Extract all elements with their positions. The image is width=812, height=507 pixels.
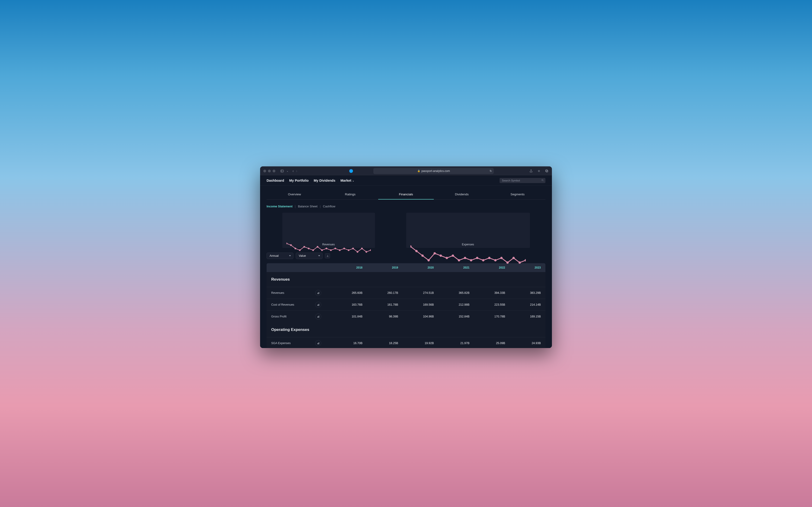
symbol-search — [500, 178, 546, 183]
back-button[interactable]: ‹ — [293, 169, 294, 173]
tab-overview[interactable]: Overview — [266, 189, 322, 199]
section-header: Revenues — [266, 272, 546, 287]
svg-point-42 — [494, 259, 496, 261]
divider: | — [320, 205, 320, 208]
svg-rect-50 — [319, 292, 319, 294]
cell-value: 104.96B — [398, 315, 434, 318]
nav-arrows: ‹ › — [293, 169, 297, 173]
row-chart-button[interactable] — [315, 340, 321, 346]
cell-value: 21.97B — [434, 342, 470, 345]
svg-line-7 — [543, 181, 544, 181]
svg-rect-58 — [318, 343, 318, 344]
row-chart-button[interactable] — [315, 314, 321, 320]
sidebar-toggle-button[interactable] — [279, 169, 285, 173]
period-select[interactable]: Annual — [266, 252, 294, 259]
privacy-shield-icon[interactable] — [349, 169, 353, 173]
svg-point-40 — [482, 259, 484, 261]
lock-icon: 🔒 — [417, 170, 420, 172]
chevron-down-icon[interactable]: ⌄ — [287, 170, 288, 172]
url-text: passport-analytics.com — [422, 169, 450, 173]
subnav-income-statement[interactable]: Income Statement — [266, 205, 293, 208]
new-tab-button[interactable] — [537, 169, 541, 173]
row-chart-button[interactable] — [315, 290, 321, 296]
svg-point-15 — [317, 246, 318, 247]
svg-rect-52 — [318, 304, 318, 305]
svg-point-12 — [303, 246, 305, 247]
svg-rect-56 — [319, 316, 319, 317]
page-content[interactable]: DashboardMy PortfolioMy DividendsMarket⌄… — [260, 176, 552, 348]
svg-rect-0 — [281, 170, 284, 172]
svg-point-36 — [458, 259, 460, 261]
cell-value: 260.17B — [363, 291, 398, 294]
financials-table: 201820192020202120222023 RevenuesRevenue… — [266, 263, 546, 348]
address-bar[interactable]: 🔒 passport-analytics.com ↻ — [373, 168, 494, 174]
row-label: Gross Profit — [271, 315, 315, 318]
nav-item-dashboard[interactable]: Dashboard — [266, 179, 284, 182]
svg-point-6 — [542, 179, 543, 181]
expenses-chart-card[interactable]: Expenses — [406, 213, 530, 248]
tab-financials[interactable]: Financials — [378, 189, 434, 199]
cell-value: 394.33B — [470, 291, 505, 294]
titlebar-right-controls — [529, 169, 549, 173]
subnav-balance-sheet[interactable]: Balance Sheet — [298, 205, 317, 208]
cell-value: 223.55B — [470, 303, 505, 306]
search-input[interactable] — [500, 178, 546, 183]
traffic-lights — [263, 170, 275, 172]
svg-point-31 — [427, 259, 430, 261]
tab-dividends[interactable]: Dividends — [434, 189, 490, 199]
search-icon[interactable] — [541, 179, 544, 182]
detail-tabs: OverviewRatingsFinancialsDividendsSegmen… — [266, 189, 546, 200]
year-header-2022[interactable]: 2022 — [470, 266, 505, 269]
financials-subnav: Income Statement|Balance Sheet|Cashflow — [260, 200, 552, 208]
minimize-window-button[interactable] — [268, 170, 271, 172]
svg-rect-57 — [317, 343, 318, 344]
year-header-2021[interactable]: 2021 — [434, 266, 470, 269]
nav-item-my-dividends[interactable]: My Dividends — [314, 179, 335, 182]
cell-value: 163.76B — [327, 303, 363, 306]
revenues-chart-card[interactable]: Revenues — [282, 213, 375, 248]
cell-value: 18.25B — [363, 342, 398, 345]
divider: | — [295, 205, 296, 208]
svg-rect-53 — [319, 304, 319, 305]
svg-point-47 — [524, 259, 526, 261]
browser-window: ⌄ ‹ › 🔒 passport-analytics.com ↻ Dashb — [260, 166, 552, 348]
year-header-2023[interactable]: 2023 — [505, 266, 541, 269]
svg-rect-49 — [318, 292, 318, 294]
nav-item-market[interactable]: Market⌄ — [340, 179, 354, 182]
mode-select[interactable]: Value — [296, 252, 323, 259]
share-button[interactable] — [529, 169, 533, 173]
tabs-overview-button[interactable] — [545, 169, 549, 173]
cell-value: 383.29B — [505, 291, 541, 294]
forward-button[interactable]: › — [296, 169, 297, 173]
cell-value: 169.15B — [505, 315, 541, 318]
refresh-button[interactable]: ↻ — [490, 169, 492, 173]
year-header-2018[interactable]: 2018 — [327, 266, 363, 269]
table-row: SGA Expenses16.70B18.25B19.92B21.97B25.0… — [266, 337, 546, 348]
tab-ratings[interactable]: Ratings — [322, 189, 378, 199]
cell-value: 19.92B — [398, 342, 434, 345]
table-row: Revenues265.60B260.17B274.51B365.82B394.… — [266, 287, 546, 299]
chart-label-expenses: Expenses — [411, 243, 526, 246]
cell-value: 161.78B — [363, 303, 398, 306]
download-button[interactable] — [325, 253, 330, 259]
cell-value: 365.82B — [434, 291, 470, 294]
year-header-2020[interactable]: 2020 — [398, 266, 434, 269]
tab-segments[interactable]: Segments — [490, 189, 546, 199]
row-chart-button[interactable] — [315, 302, 321, 308]
table-header-row: 201820192020202120222023 — [266, 263, 546, 272]
table-row: Gross Profit101.84B98.39B104.96B152.84B1… — [266, 311, 546, 322]
subnav-cashflow[interactable]: Cashflow — [323, 205, 335, 208]
year-header-2019[interactable]: 2019 — [363, 266, 398, 269]
cell-value: 98.39B — [363, 315, 398, 318]
svg-rect-5 — [546, 170, 548, 171]
close-window-button[interactable] — [263, 170, 266, 172]
row-label: Cost of Revenues — [271, 303, 315, 306]
cell-value: 152.84B — [434, 315, 470, 318]
section-header: Operating Expenses — [266, 322, 546, 337]
maximize-window-button[interactable] — [272, 170, 275, 172]
svg-point-38 — [470, 259, 472, 261]
chart-row: Revenues Expenses — [260, 208, 552, 248]
nav-item-my-portfolio[interactable]: My Portfolio — [289, 179, 309, 182]
svg-rect-54 — [317, 317, 318, 318]
top-navigation: DashboardMy PortfolioMy DividendsMarket⌄ — [260, 176, 552, 186]
